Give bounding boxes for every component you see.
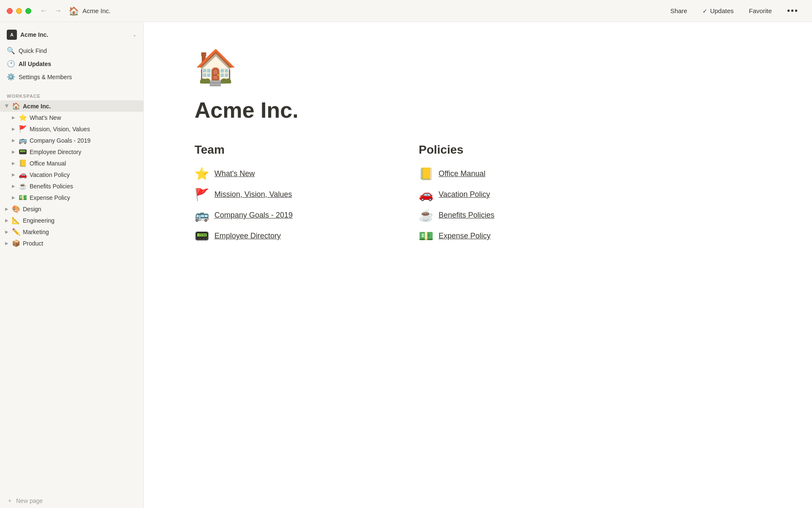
updates-label: Updates	[710, 7, 734, 14]
gear-icon: ⚙️	[7, 73, 15, 81]
plus-icon: ＋	[7, 497, 13, 505]
whats-new-icon: ⭐	[19, 113, 27, 121]
link-text: Employee Directory	[214, 232, 281, 240]
manual-label: Office Manual	[30, 160, 140, 167]
sidebar-item-benefits[interactable]: ▶☕Benefits Policies	[0, 180, 143, 192]
link-text: Benefits Policies	[439, 211, 494, 220]
favorite-button[interactable]: Favorite	[746, 6, 775, 16]
new-page-label: New page	[16, 497, 43, 504]
sidebar-item-marketing[interactable]: ▶✏️Marketing	[0, 226, 143, 237]
sidebar: A Acme Inc. ⌄ 🔍 Quick Find 🕐 All Updates…	[0, 22, 144, 508]
breadcrumb-title[interactable]: Acme Inc.	[82, 7, 111, 14]
team-section: Team ⭐What's New🚩Mission, Vision, Values…	[195, 143, 393, 243]
content-grid: Team ⭐What's New🚩Mission, Vision, Values…	[195, 143, 617, 243]
chevron-design-icon: ▶	[3, 207, 10, 211]
maximize-button[interactable]	[25, 8, 31, 14]
sidebar-item-acme[interactable]: ▶🏠Acme Inc.	[0, 100, 143, 112]
team-link-what's-new[interactable]: ⭐What's New	[195, 167, 393, 181]
engineering-label: Engineering	[23, 217, 140, 224]
chevron-product-icon: ▶	[3, 241, 10, 246]
chevron-expense-icon: ▶	[10, 195, 17, 200]
sidebar-item-product[interactable]: ▶📦Product	[0, 237, 143, 249]
sidebar-settings[interactable]: ⚙️ Settings & Members	[3, 70, 140, 83]
more-button[interactable]: •••	[784, 4, 802, 17]
all-updates-label: All Updates	[19, 61, 51, 67]
new-page-button[interactable]: ＋ New page	[0, 494, 143, 508]
sidebar-item-goals[interactable]: ▶🚌Company Goals - 2019	[0, 135, 143, 146]
sidebar-quick-find[interactable]: 🔍 Quick Find	[3, 44, 140, 57]
product-label: Product	[23, 240, 140, 247]
sidebar-item-directory[interactable]: ▶📟Employee Directory	[0, 146, 143, 157]
policies-link-list: 📒Office Manual🚗Vacation Policy☕Benefits …	[419, 167, 617, 243]
sidebar-all-updates[interactable]: 🕐 All Updates	[3, 57, 140, 70]
search-icon: 🔍	[7, 47, 15, 55]
chevron-mission-icon: ▶	[10, 127, 17, 131]
chevron-vacation-icon: ▶	[10, 172, 17, 177]
mission-icon: 🚩	[19, 125, 27, 133]
link-icon: 📒	[419, 167, 433, 181]
chevron-marketing-icon: ▶	[3, 229, 10, 234]
marketing-label: Marketing	[23, 229, 140, 235]
link-text: Company Goals - 2019	[214, 211, 293, 220]
titlebar: ← → 🏠 Acme Inc. Share ✓ Updates Favorite…	[0, 0, 812, 22]
acme-label: Acme Inc.	[23, 103, 140, 110]
chevron-directory-icon: ▶	[10, 149, 17, 154]
workspace-name: Acme Inc.	[20, 31, 129, 38]
team-link-list: ⭐What's New🚩Mission, Vision, Values🚌Comp…	[195, 167, 393, 243]
link-icon: 🚌	[195, 208, 209, 222]
traffic-lights	[7, 8, 31, 14]
sidebar-item-engineering[interactable]: ▶📐Engineering	[0, 215, 143, 226]
share-button[interactable]: Share	[667, 6, 691, 16]
breadcrumb-icon: 🏠	[69, 6, 79, 16]
link-icon: 💵	[419, 229, 433, 243]
sidebar-tree: ▶🏠Acme Inc.▶⭐What's New▶🚩Mission, Vision…	[0, 100, 143, 249]
marketing-icon: ✏️	[12, 228, 20, 236]
app-body: A Acme Inc. ⌄ 🔍 Quick Find 🕐 All Updates…	[0, 22, 812, 508]
sidebar-item-expense[interactable]: ▶💵Expense Policy	[0, 192, 143, 203]
sidebar-item-mission[interactable]: ▶🚩Mission, Vision, Values	[0, 123, 143, 135]
close-button[interactable]	[7, 8, 13, 14]
nav-buttons: ← →	[38, 5, 63, 17]
quick-find-label: Quick Find	[19, 47, 47, 54]
check-icon: ✓	[702, 8, 708, 14]
acme-icon: 🏠	[12, 102, 20, 110]
updates-button[interactable]: ✓ Updates	[699, 6, 737, 16]
workspace-logo: A	[7, 30, 17, 40]
team-link-mission,-vision,-values[interactable]: 🚩Mission, Vision, Values	[195, 188, 393, 202]
sidebar-top: A Acme Inc. ⌄ 🔍 Quick Find 🕐 All Updates…	[0, 22, 143, 87]
vacation-label: Vacation Policy	[30, 171, 140, 178]
settings-label: Settings & Members	[19, 74, 72, 80]
team-link-employee-directory[interactable]: 📟Employee Directory	[195, 229, 393, 243]
forward-button[interactable]: →	[52, 5, 63, 17]
link-icon: 📟	[195, 229, 209, 243]
manual-icon: 📒	[19, 159, 27, 167]
vacation-icon: 🚗	[19, 171, 27, 179]
link-text: Vacation Policy	[439, 190, 490, 199]
header-actions: Share ✓ Updates Favorite •••	[667, 4, 802, 17]
link-text: Expense Policy	[439, 232, 491, 240]
link-icon: 🚗	[419, 188, 433, 202]
workspace-header[interactable]: A Acme Inc. ⌄	[3, 27, 140, 42]
goals-icon: 🚌	[19, 136, 27, 144]
workspace-section-label: WORKSPACE	[0, 87, 143, 100]
team-link-company-goals---2019[interactable]: 🚌Company Goals - 2019	[195, 208, 393, 222]
policy-link-benefits-policies[interactable]: ☕Benefits Policies	[419, 208, 617, 222]
link-text: Office Manual	[439, 169, 486, 178]
policy-link-office-manual[interactable]: 📒Office Manual	[419, 167, 617, 181]
minimize-button[interactable]	[16, 8, 22, 14]
sidebar-item-whats-new[interactable]: ▶⭐What's New	[0, 112, 143, 123]
sidebar-item-design[interactable]: ▶🎨Design	[0, 203, 143, 215]
sidebar-item-manual[interactable]: ▶📒Office Manual	[0, 157, 143, 169]
back-button[interactable]: ←	[38, 5, 49, 17]
link-text: What's New	[214, 169, 255, 178]
sidebar-item-vacation[interactable]: ▶🚗Vacation Policy	[0, 169, 143, 180]
clock-icon: 🕐	[7, 60, 15, 68]
benefits-icon: ☕	[19, 182, 27, 190]
policies-section: Policies 📒Office Manual🚗Vacation Policy☕…	[419, 143, 617, 243]
expense-icon: 💵	[19, 193, 27, 202]
directory-icon: 📟	[19, 148, 27, 156]
policy-link-vacation-policy[interactable]: 🚗Vacation Policy	[419, 188, 617, 202]
main-content: 🏠 Acme Inc. Team ⭐What's New🚩Mission, Vi…	[144, 22, 812, 508]
policy-link-expense-policy[interactable]: 💵Expense Policy	[419, 229, 617, 243]
chevron-benefits-icon: ▶	[10, 184, 17, 188]
